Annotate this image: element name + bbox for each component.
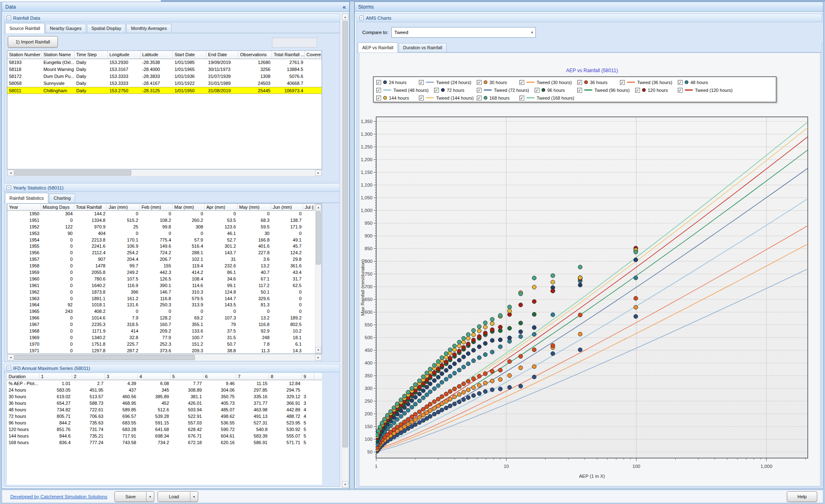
table-row[interactable]: 19570907204.4206.7102.1313.629.8	[7, 256, 322, 263]
table-row[interactable]: 36 hours654.27588.73468.95452426.01405.7…	[7, 400, 322, 406]
scroll-left-icon[interactable]: ◄	[7, 354, 14, 360]
table-row[interactable]: 48 hours734.82722.61589.85512.6503.94485…	[7, 406, 322, 413]
table-row[interactable]: 1950304144.2000000	[7, 211, 322, 217]
scroll-up-icon[interactable]: ▲	[315, 204, 321, 210]
table-row[interactable]: 96 hours844.2735.63683.55591.15557.03536…	[7, 420, 322, 426]
ams-charts-group-header[interactable]: − AMS Charts	[357, 14, 822, 22]
table-row[interactable]: 58011ChillinghamDaily153.2750-28.31251/0…	[7, 87, 322, 94]
column-header[interactable]: Jul (n	[303, 204, 314, 210]
table-row[interactable]: 168 hours836.4777.24743.58734.2672.18620…	[7, 439, 322, 446]
table-row[interactable]: 196702235.3318.5160.7355.179116.8802.5	[7, 322, 322, 328]
tab-monthly-averages[interactable]: Monthly Averages	[126, 24, 171, 33]
yearly-vscrollbar[interactable]: ▲ ▼	[315, 204, 322, 353]
table-row[interactable]: 58118Mount WarningDaily153.3167-28.40001…	[7, 66, 322, 73]
tab-charting[interactable]: Charting	[49, 194, 75, 203]
compare-to-dropdown[interactable]: Tweed ▾	[391, 27, 536, 38]
column-header[interactable]: 3	[105, 373, 138, 380]
table-row[interactable]: 1952122970.92599.8308123.659.5171.9	[7, 224, 322, 230]
column-header[interactable]: End Date	[206, 51, 238, 59]
column-header[interactable]: 2	[72, 373, 105, 380]
collapse-group-icon[interactable]: −	[7, 185, 11, 190]
ifd-series-grid[interactable]: Duration123456789% AEP - Plot...1.012.74…	[7, 373, 322, 485]
column-header[interactable]: 6	[203, 373, 236, 380]
column-header[interactable]: Jun (mm)	[271, 204, 303, 210]
scroll-left-icon[interactable]: ◄	[7, 170, 14, 176]
column-header[interactable]: Covere	[305, 51, 322, 59]
stations-grid[interactable]: Station NumberStation NameTime StepLongi…	[7, 50, 322, 169]
collapse-panel-icon[interactable]: «	[343, 4, 346, 10]
column-header[interactable]: Latitude	[141, 51, 173, 59]
stations-hscrollbar[interactable]: ◄ ►	[7, 169, 322, 176]
import-rainfall-button[interactable]: 1) Import Rainfall	[8, 36, 58, 48]
table-row[interactable]: 196101640.2116.9390.1114.699.1117.262.5	[7, 283, 322, 289]
table-row[interactable]: 197101297.8287.2373.6209.338.811.314.3	[7, 348, 322, 354]
tab-duration-vs-rainfall[interactable]: Duration vs Rainfall	[399, 43, 447, 52]
credit-link[interactable]: Developed by Catchment Simulation Soluti…	[10, 494, 107, 499]
column-header[interactable]: 4	[138, 373, 171, 380]
load-button[interactable]: Load ▾	[158, 491, 198, 502]
table-row[interactable]: 197001751.8225.7252.3151.250.77.86.1	[7, 341, 322, 348]
table-row[interactable]: 195602112.4254.2724.2288.1143.7227.8124.…	[7, 250, 322, 256]
column-header[interactable]: Longitude	[108, 51, 141, 59]
data-panel-vscrollbar[interactable]: ▲ ▼	[342, 13, 349, 488]
column-header[interactable]: Station Name	[42, 51, 75, 59]
yearly-hscrollbar[interactable]: ◄ ►	[7, 354, 322, 361]
table-row[interactable]: 1964921018.1131.6250.3313.9143.581.30	[7, 302, 322, 308]
dropdown-arrow-icon[interactable]: ▾	[146, 492, 154, 502]
column-header[interactable]: 7	[236, 373, 269, 380]
yearly-statistics-grid[interactable]: YearMissing DaysTotal RainfallJan (mm)Fe…	[7, 203, 322, 354]
table-row[interactable]: 19580147899.7155119.4232.613.2361.6	[7, 263, 322, 269]
table-row[interactable]: 196901340.232.877.9100.731.524818.1	[7, 335, 322, 341]
table-row[interactable]: 196601014.67.9128.269.2107.313.2189.2	[7, 315, 322, 322]
column-header[interactable]: Total Rainfall	[74, 204, 107, 210]
column-header[interactable]: 1	[39, 373, 72, 380]
table-row[interactable]: 72 hours805.71706.63696.57539.28522.9149…	[7, 413, 322, 420]
column-header[interactable]: 9	[302, 373, 314, 380]
column-header[interactable]: Total Rainfall ...	[272, 51, 305, 59]
table-row[interactable]: % AEP - Plot...1.012.74.396.087.779.4611…	[7, 380, 322, 387]
column-header[interactable]: Time Step	[75, 51, 108, 59]
column-header[interactable]: Duration	[7, 373, 39, 380]
collapse-group-icon[interactable]: −	[7, 16, 11, 20]
column-header[interactable]: May (mm)	[238, 204, 271, 210]
scroll-right-icon[interactable]: ►	[315, 354, 322, 360]
column-header[interactable]: Start Date	[173, 51, 206, 59]
table-row[interactable]: 120 hours851.76731.74683.28641.68628.425…	[7, 426, 322, 433]
scroll-up-icon[interactable]: ▲	[342, 14, 348, 20]
empty-field[interactable]	[272, 38, 317, 48]
yearly-statistics-group-header[interactable]: − Yearly Statistics (58011)	[4, 184, 340, 192]
column-header[interactable]: 5	[171, 373, 203, 380]
collapse-group-icon[interactable]: −	[7, 366, 11, 370]
column-header[interactable]: Observations	[238, 51, 272, 59]
scrollbar-thumb[interactable]	[343, 21, 348, 447]
column-header[interactable]: Apr (mm)	[205, 204, 238, 210]
table-row[interactable]: 19600780.6107.5126.5108.434.667.131.7	[7, 276, 322, 283]
ifd-series-group-header[interactable]: − IFD Annual Maximum Series (58011)	[4, 364, 340, 372]
save-button[interactable]: Save ▾	[114, 491, 154, 502]
column-header[interactable]: Station Number	[7, 51, 42, 59]
table-row[interactable]: 196301891.1161.2116.8579.5144.7329.60	[7, 296, 322, 302]
scrollbar-thumb[interactable]	[316, 211, 321, 265]
rainfall-data-group-header[interactable]: − Rainfall Data	[4, 14, 340, 22]
column-header[interactable]: Feb (mm)	[140, 204, 173, 210]
scroll-right-icon[interactable]: ►	[315, 170, 322, 176]
column-header[interactable]: 8	[269, 373, 302, 380]
scrollbar-thumb[interactable]	[14, 170, 131, 176]
table-row[interactable]: 195402213.8170.1775.457.952.7166.849.1	[7, 237, 322, 244]
tab-aep-vs-rainfall[interactable]: AEP vs Rainfall	[358, 42, 398, 52]
table-row[interactable]: 144 hours844.6735.21717.91698.34676.7160…	[7, 433, 322, 439]
table-row[interactable]: 58172Dum Dum Pu...Daily153.3333-28.38331…	[7, 73, 322, 80]
table-row[interactable]: 195101334.8515.2108.2260.253.568.3138.7	[7, 217, 322, 224]
table-row[interactable]: 58058SunnyvaleDaily153.3333-28.41671/01/…	[7, 80, 322, 87]
column-header[interactable]: Jan (mm)	[107, 204, 140, 210]
column-header[interactable]: Year	[7, 204, 41, 210]
table-row[interactable]: 196201873.8396146.7310.3124.850.10	[7, 289, 322, 296]
collapse-group-icon[interactable]: −	[359, 16, 364, 20]
scrollbar-thumb[interactable]	[14, 355, 195, 360]
scroll-down-icon[interactable]: ▼	[342, 481, 348, 488]
column-header[interactable]: Missing Days	[41, 204, 74, 210]
table-row[interactable]: 196801171.9414209.2133.637.592.910.2	[7, 328, 322, 335]
scroll-down-icon[interactable]: ▼	[315, 347, 321, 353]
help-button[interactable]: Help	[787, 491, 817, 502]
table-row[interactable]: 1965243408.2000000	[7, 308, 322, 315]
